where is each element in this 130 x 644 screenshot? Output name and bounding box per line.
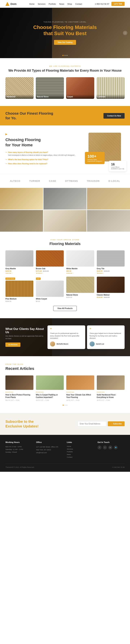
article-2[interactable]: ROOFING Why is Carpet Padding or Cushion…	[36, 376, 64, 401]
product-price-brown-oak: $173.49 $215.00	[36, 270, 64, 272]
subscribe-email-input[interactable]	[78, 421, 106, 426]
materials-label: FIND YOUR DREAM STORE	[6, 239, 124, 241]
footer-bottom: Theme4All © 2022. All Rights Reserved. +…	[6, 464, 124, 468]
choosing-qa-3: How often does flooring need to be repla…	[6, 163, 84, 165]
article-dot-2[interactable]	[64, 404, 66, 406]
footer-link-home[interactable]: Home	[67, 446, 94, 447]
footer-hours-1: Mon–Fri: 9 AM – 5 PM	[6, 446, 33, 448]
articles-section: FROM THE BLOG Recent Articles ROOFING Ho…	[0, 356, 130, 413]
product-price-carpet: $0.00	[36, 300, 64, 302]
gallery-item-6[interactable]	[87, 210, 130, 232]
footer-link-news[interactable]: News	[67, 454, 94, 455]
nav-home[interactable]: Home	[29, 3, 34, 5]
article-3[interactable]: ROOFING How Your Climate Can Affect Your…	[66, 376, 94, 401]
flooring-item-carpet[interactable]: Carpet	[66, 77, 94, 99]
hero-dot-1[interactable]	[62, 55, 63, 56]
product-name-walnut: Classic Walnut	[97, 294, 125, 296]
footer-link-portfolio[interactable]: Portfolio	[67, 451, 94, 453]
choosing-q-2: What's the best flooring option for kids…	[6, 158, 84, 160]
author-name-1: Michelle Moore	[56, 343, 68, 345]
bird-icon[interactable]: 🐦	[114, 446, 118, 450]
view-all-products-button[interactable]: View All Products	[53, 306, 77, 311]
gallery-item-2[interactable]	[43, 188, 87, 210]
instagram-icon[interactable]: in	[108, 446, 112, 450]
nav-services[interactable]: Services	[38, 3, 45, 5]
article-date-2: Jul 25, 9:17 — 5 min	[36, 400, 64, 401]
testimonials-description: Our clients choose us and we appreciate …	[6, 335, 44, 340]
testimonial-author-2: Daniel Lee	[90, 342, 122, 346]
gallery-item-1[interactable]	[0, 188, 43, 210]
product-natural-stone[interactable]: Natural Stone $220.00	[66, 277, 94, 302]
product-grey-tile[interactable]: Grey Tile $120.00 $150.00 ★★★★☆	[97, 250, 125, 274]
flooring-item-stone[interactable]: Natural Stone	[36, 77, 64, 99]
product-brown-oak[interactable]: Brown Oak $173.49 $215.00 ★★★★☆	[36, 250, 64, 274]
product-classic-walnut[interactable]: Classic Walnut $110.00 $150.00	[97, 277, 125, 302]
flooring-item-hardwood[interactable]: Hardwood	[6, 77, 34, 99]
flooring-item-laminate[interactable]: Laminate	[96, 77, 124, 99]
hero-cta-button[interactable]: View Our Catalog	[54, 40, 76, 45]
gallery-item-4[interactable]	[0, 210, 43, 232]
navbar-cta-button[interactable]: Let's Talk	[111, 2, 124, 6]
footer-link-contact[interactable]: Contact	[67, 456, 94, 458]
hero-next-arrow[interactable]: ›	[123, 31, 127, 35]
product-white-marble[interactable]: White Marble $80.00 ★★★★☆	[66, 250, 94, 274]
hero-subtitle: Taking Flooring to Another Level	[33, 21, 97, 23]
nav-news[interactable]: News	[59, 3, 64, 5]
product-img-grey-marble	[6, 250, 33, 266]
facebook-icon[interactable]: f	[97, 446, 101, 450]
choosing-q-3: How often does flooring need to be repla…	[6, 163, 84, 165]
product-name-brown-oak: Brown Oak	[36, 268, 64, 270]
article-title-2: Why is Carpet Padding or Cushion Importa…	[36, 394, 64, 399]
footer-phone: +1 842 842 25 89	[112, 466, 124, 468]
stat-label-2: Local Offices	[111, 166, 124, 168]
twitter-icon[interactable]: t	[103, 446, 107, 450]
product-img-walnut	[97, 277, 125, 293]
footer-link-services[interactable]: Services	[67, 448, 94, 450]
article-4[interactable]: ROOFING Solid Hardwood Floor: Everything…	[97, 376, 125, 401]
logo-text: Dom	[11, 2, 16, 6]
reviews-button[interactable]: Go Reviews	[6, 342, 20, 347]
nav-contact[interactable]: Contact	[75, 3, 82, 5]
nav-portfolio[interactable]: Portfolio	[49, 3, 56, 5]
nav-shop[interactable]: Shop	[67, 3, 72, 5]
choosing-qa-1: How many layers of flooring should you h…	[6, 151, 84, 156]
product-grey-marble[interactable]: Grey Marble $200.00 ★★★★☆	[6, 250, 33, 274]
product-img-carpet	[36, 280, 64, 297]
footer-links-col: Links Home Services Portfolio News Conta…	[67, 441, 94, 459]
subscribe-button[interactable]: → Subscribe	[108, 421, 124, 426]
product-badge-carpet: Sale	[36, 278, 41, 280]
article-1[interactable]: ROOFING How to Best Protect Flooring Fro…	[6, 376, 33, 401]
cta-banner-button[interactable]: Contact Us Now	[103, 113, 124, 118]
choosing-qa-2: What's the best flooring option for kids…	[6, 158, 84, 160]
hero-dot-3[interactable]	[67, 55, 68, 56]
article-dot-1[interactable]	[63, 404, 64, 406]
footer-office-email: info@mail.com	[36, 451, 63, 454]
choosing-q-1: How many layers of flooring should you h…	[6, 151, 84, 153]
hero-dots	[62, 55, 68, 56]
logo[interactable]: Dom	[6, 2, 16, 6]
provide-title: We Provide All Types of Flooring Materia…	[6, 68, 124, 73]
nav-links: Home Services Portfolio News Shop Contac…	[29, 3, 82, 5]
product-white-carpet[interactable]: Sale White Carpet $0.00	[36, 277, 64, 302]
product-img-grey-tile	[97, 250, 125, 266]
article-pagination	[6, 404, 124, 406]
flooring-label-stone: Natural Stone	[36, 94, 64, 99]
article-dot-3[interactable]	[66, 404, 67, 406]
product-name-carpet: White Carpet	[36, 298, 64, 300]
provide-label: WE ARE FLOORING EXPERTS	[6, 65, 124, 67]
testimonial-author-1: Michelle Moore	[50, 342, 83, 346]
article-title-3: How Your Climate Can Affect Your Floorin…	[66, 394, 94, 399]
product-img-white-marble	[66, 250, 94, 266]
gallery-item-5[interactable]	[43, 210, 87, 232]
author-info-2: Daniel Lee	[96, 343, 104, 345]
gallery-item-3[interactable]	[87, 188, 130, 210]
hero-dot-2[interactable]	[64, 55, 66, 56]
article-img-2	[36, 376, 64, 390]
product-pine-medium[interactable]: Out of Stock Pine Medium $295.00	[6, 277, 33, 302]
product-name-white-marble: White Marble	[66, 268, 94, 270]
flooring-label-laminate: Laminate	[96, 94, 124, 99]
article-cat-3: ROOFING	[66, 391, 94, 393]
article-img-4	[97, 376, 125, 390]
hero-content: Taking Flooring to Another Level Choose …	[30, 18, 100, 48]
partner-ottmans: Ottmans	[65, 180, 78, 182]
